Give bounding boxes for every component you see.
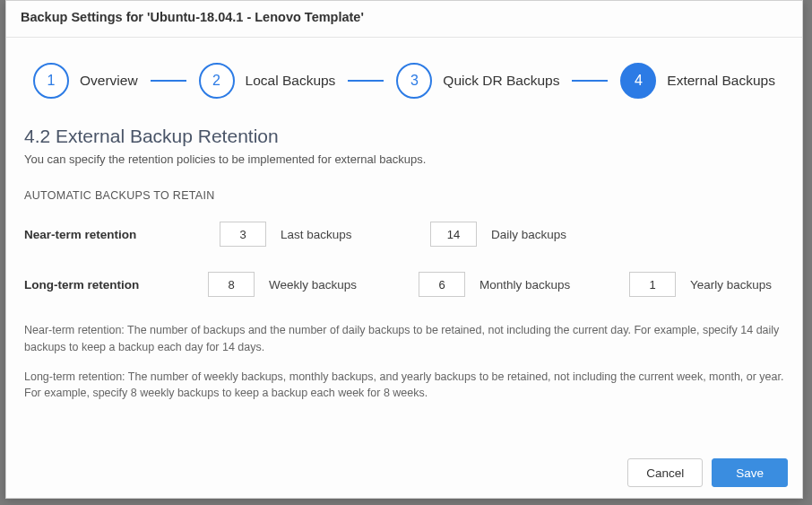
section-subtitle: You can specify the retention policies t… [24, 152, 784, 166]
step-quick-dr-backups[interactable]: 3 Quick DR Backups [396, 63, 559, 99]
step-overview[interactable]: 1 Overview [33, 63, 138, 99]
near-term-row: Near-term retention Last backups Daily b… [24, 222, 784, 247]
yearly-backups-field: Yearly backups [629, 272, 784, 297]
cancel-button[interactable]: Cancel [627, 458, 703, 487]
weekly-backups-input[interactable] [208, 272, 255, 297]
step-connector [572, 80, 608, 82]
step-circle: 1 [33, 63, 69, 99]
last-backups-input[interactable] [220, 222, 266, 247]
step-local-backups[interactable]: 2 Local Backups [199, 63, 336, 99]
step-label: Quick DR Backups [443, 73, 559, 89]
near-term-help: Near-term retention: The number of backu… [24, 322, 784, 356]
monthly-backups-field: Monthly backups [419, 272, 574, 297]
monthly-backups-label: Monthly backups [479, 278, 574, 292]
long-term-help: Long-term retention: The number of weekl… [24, 369, 784, 403]
weekly-backups-label: Weekly backups [269, 278, 363, 292]
backup-settings-modal: Backup Settings for 'Ubuntu-18.04.1 - Le… [5, 0, 803, 499]
modal-footer: Cancel Save [6, 448, 802, 498]
step-circle: 4 [620, 63, 656, 99]
yearly-backups-input[interactable] [629, 272, 676, 297]
long-term-label: Long-term retention [24, 278, 208, 292]
daily-backups-label: Daily backups [491, 228, 585, 241]
retention-group-label: AUTOMATIC BACKUPS TO RETAIN [24, 189, 784, 202]
section-title: 4.2 External Backup Retention [24, 126, 784, 147]
yearly-backups-label: Yearly backups [690, 278, 784, 292]
wizard-stepper: 1 Overview 2 Local Backups 3 Quick DR Ba… [6, 38, 802, 109]
last-backups-label: Last backups [281, 228, 375, 241]
step-label: Overview [80, 73, 138, 89]
long-term-row: Long-term retention Weekly backups Month… [24, 272, 784, 297]
near-term-label: Near-term retention [24, 228, 220, 241]
step-label: External Backups [667, 73, 775, 89]
step-circle: 3 [396, 63, 432, 99]
daily-backups-input[interactable] [430, 222, 477, 247]
daily-backups-field: Daily backups [430, 222, 585, 247]
modal-title: Backup Settings for 'Ubuntu-18.04.1 - Le… [21, 10, 788, 24]
monthly-backups-input[interactable] [419, 272, 465, 297]
step-circle: 2 [199, 63, 235, 99]
modal-header: Backup Settings for 'Ubuntu-18.04.1 - Le… [6, 1, 802, 38]
step-connector [151, 80, 186, 82]
modal-content: 4.2 External Backup Retention You can sp… [6, 109, 802, 402]
save-button[interactable]: Save [712, 458, 788, 487]
step-external-backups[interactable]: 4 External Backups [620, 63, 775, 99]
weekly-backups-field: Weekly backups [208, 272, 363, 297]
step-label: Local Backups [246, 73, 336, 89]
step-connector [348, 80, 384, 82]
last-backups-field: Last backups [220, 222, 375, 247]
